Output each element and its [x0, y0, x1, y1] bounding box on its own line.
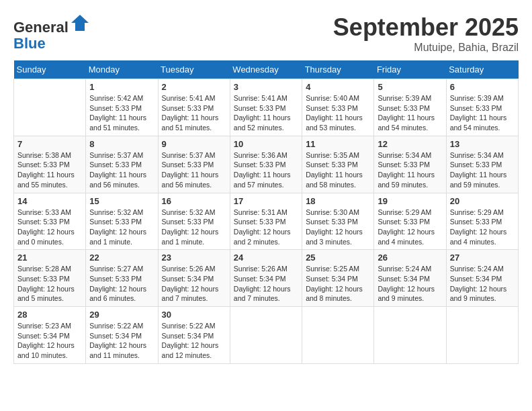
day-number: 14: [17, 196, 82, 206]
calendar-cell: 2Sunrise: 5:41 AM Sunset: 5:33 PM Daylig…: [158, 79, 230, 136]
day-info: Sunrise: 5:24 AM Sunset: 5:34 PM Dayligh…: [450, 264, 515, 304]
calendar-cell: [14, 79, 86, 136]
calendar-cell: [446, 307, 518, 364]
day-info: Sunrise: 5:31 AM Sunset: 5:33 PM Dayligh…: [234, 208, 298, 247]
calendar-cell: 17Sunrise: 5:31 AM Sunset: 5:33 PM Dayli…: [230, 193, 302, 250]
day-header-friday: Friday: [374, 60, 446, 79]
day-number: 16: [162, 196, 226, 206]
calendar-cell: 22Sunrise: 5:27 AM Sunset: 5:33 PM Dayli…: [86, 250, 158, 307]
calendar-cell: 18Sunrise: 5:30 AM Sunset: 5:33 PM Dayli…: [302, 193, 374, 250]
location: Mutuipe, Bahia, Brazil: [333, 42, 519, 54]
calendar-cell: 12Sunrise: 5:34 AM Sunset: 5:33 PM Dayli…: [374, 136, 446, 193]
day-info: Sunrise: 5:41 AM Sunset: 5:33 PM Dayligh…: [162, 93, 226, 133]
calendar-cell: 25Sunrise: 5:25 AM Sunset: 5:34 PM Dayli…: [302, 250, 374, 307]
day-info: Sunrise: 5:26 AM Sunset: 5:34 PM Dayligh…: [234, 264, 298, 304]
day-number: 26: [378, 253, 442, 263]
day-info: Sunrise: 5:29 AM Sunset: 5:33 PM Dayligh…: [378, 208, 442, 247]
day-header-saturday: Saturday: [446, 60, 518, 79]
day-number: 18: [306, 196, 370, 206]
logo-blue: Blue: [13, 35, 46, 52]
day-number: 23: [162, 253, 226, 263]
day-info: Sunrise: 5:32 AM Sunset: 5:33 PM Dayligh…: [162, 208, 226, 247]
day-info: Sunrise: 5:40 AM Sunset: 5:33 PM Dayligh…: [306, 93, 370, 133]
week-row-5: 28Sunrise: 5:23 AM Sunset: 5:34 PM Dayli…: [14, 307, 519, 364]
calendar-cell: 4Sunrise: 5:40 AM Sunset: 5:33 PM Daylig…: [302, 79, 374, 136]
day-header-wednesday: Wednesday: [230, 60, 302, 79]
logo-general: General: [13, 19, 69, 36]
day-number: 25: [306, 253, 370, 263]
day-number: 13: [450, 139, 515, 149]
day-info: Sunrise: 5:25 AM Sunset: 5:34 PM Dayligh…: [306, 264, 370, 304]
calendar-cell: 29Sunrise: 5:22 AM Sunset: 5:34 PM Dayli…: [86, 307, 158, 364]
day-number: 1: [89, 82, 154, 92]
calendar-cell: 13Sunrise: 5:34 AM Sunset: 5:33 PM Dayli…: [446, 136, 518, 193]
calendar-cell: 15Sunrise: 5:32 AM Sunset: 5:33 PM Dayli…: [86, 193, 158, 250]
day-header-monday: Monday: [86, 60, 158, 79]
day-info: Sunrise: 5:23 AM Sunset: 5:34 PM Dayligh…: [17, 321, 82, 361]
calendar-cell: 20Sunrise: 5:29 AM Sunset: 5:33 PM Dayli…: [446, 193, 518, 250]
week-row-4: 21Sunrise: 5:28 AM Sunset: 5:33 PM Dayli…: [14, 250, 519, 307]
day-number: 11: [306, 139, 370, 149]
calendar-cell: 19Sunrise: 5:29 AM Sunset: 5:33 PM Dayli…: [374, 193, 446, 250]
day-info: Sunrise: 5:34 AM Sunset: 5:33 PM Dayligh…: [450, 150, 515, 190]
day-info: Sunrise: 5:30 AM Sunset: 5:33 PM Dayligh…: [306, 208, 370, 247]
days-header-row: SundayMondayTuesdayWednesdayThursdayFrid…: [14, 60, 519, 79]
day-info: Sunrise: 5:24 AM Sunset: 5:34 PM Dayligh…: [378, 264, 442, 304]
day-number: 20: [450, 196, 515, 206]
day-number: 6: [450, 82, 515, 92]
day-info: Sunrise: 5:33 AM Sunset: 5:33 PM Dayligh…: [17, 208, 82, 247]
day-number: 2: [162, 82, 226, 92]
day-number: 10: [234, 139, 298, 149]
calendar-cell: 16Sunrise: 5:32 AM Sunset: 5:33 PM Dayli…: [158, 193, 230, 250]
day-number: 17: [234, 196, 298, 206]
day-number: 21: [17, 253, 82, 263]
title-block: September 2025 Mutuipe, Bahia, Brazil: [333, 13, 519, 54]
day-info: Sunrise: 5:34 AM Sunset: 5:33 PM Dayligh…: [378, 150, 442, 190]
day-info: Sunrise: 5:35 AM Sunset: 5:33 PM Dayligh…: [306, 150, 370, 190]
day-info: Sunrise: 5:42 AM Sunset: 5:33 PM Dayligh…: [89, 93, 154, 133]
day-header-thursday: Thursday: [302, 60, 374, 79]
calendar-cell: 7Sunrise: 5:38 AM Sunset: 5:33 PM Daylig…: [14, 136, 86, 193]
day-info: Sunrise: 5:22 AM Sunset: 5:34 PM Dayligh…: [89, 321, 154, 361]
calendar-cell: 1Sunrise: 5:42 AM Sunset: 5:33 PM Daylig…: [86, 79, 158, 136]
logo-icon: [70, 13, 90, 32]
calendar-cell: 30Sunrise: 5:22 AM Sunset: 5:34 PM Dayli…: [158, 307, 230, 364]
day-info: Sunrise: 5:22 AM Sunset: 5:34 PM Dayligh…: [162, 321, 226, 361]
calendar-cell: 24Sunrise: 5:26 AM Sunset: 5:34 PM Dayli…: [230, 250, 302, 307]
calendar-table: SundayMondayTuesdayWednesdayThursdayFrid…: [13, 60, 519, 364]
calendar-cell: [374, 307, 446, 364]
day-info: Sunrise: 5:39 AM Sunset: 5:33 PM Dayligh…: [450, 93, 515, 133]
week-row-2: 7Sunrise: 5:38 AM Sunset: 5:33 PM Daylig…: [14, 136, 519, 193]
day-number: 3: [234, 82, 298, 92]
calendar-cell: 3Sunrise: 5:41 AM Sunset: 5:33 PM Daylig…: [230, 79, 302, 136]
calendar-cell: 11Sunrise: 5:35 AM Sunset: 5:33 PM Dayli…: [302, 136, 374, 193]
day-number: 4: [306, 82, 370, 92]
day-info: Sunrise: 5:38 AM Sunset: 5:33 PM Dayligh…: [17, 150, 82, 190]
logo: General Blue: [13, 13, 90, 52]
day-info: Sunrise: 5:28 AM Sunset: 5:33 PM Dayligh…: [17, 264, 82, 304]
calendar-cell: 28Sunrise: 5:23 AM Sunset: 5:34 PM Dayli…: [14, 307, 86, 364]
calendar-cell: [302, 307, 374, 364]
day-number: 7: [17, 139, 82, 149]
month-title: September 2025: [333, 13, 519, 42]
day-number: 24: [234, 253, 298, 263]
calendar-cell: 8Sunrise: 5:37 AM Sunset: 5:33 PM Daylig…: [86, 136, 158, 193]
day-number: 15: [89, 196, 154, 206]
page-header: General Blue September 2025 Mutuipe, Bah…: [13, 13, 519, 54]
calendar-cell: [230, 307, 302, 364]
day-info: Sunrise: 5:32 AM Sunset: 5:33 PM Dayligh…: [89, 208, 154, 247]
calendar-cell: 9Sunrise: 5:37 AM Sunset: 5:33 PM Daylig…: [158, 136, 230, 193]
week-row-3: 14Sunrise: 5:33 AM Sunset: 5:33 PM Dayli…: [14, 193, 519, 250]
day-number: 27: [450, 253, 515, 263]
calendar-cell: 26Sunrise: 5:24 AM Sunset: 5:34 PM Dayli…: [374, 250, 446, 307]
calendar-cell: 5Sunrise: 5:39 AM Sunset: 5:33 PM Daylig…: [374, 79, 446, 136]
day-number: 5: [378, 82, 442, 92]
day-number: 8: [89, 139, 154, 149]
day-info: Sunrise: 5:29 AM Sunset: 5:33 PM Dayligh…: [450, 208, 515, 247]
day-info: Sunrise: 5:37 AM Sunset: 5:33 PM Dayligh…: [162, 150, 226, 190]
day-header-tuesday: Tuesday: [158, 60, 230, 79]
day-number: 22: [89, 253, 154, 263]
day-number: 12: [378, 139, 442, 149]
day-info: Sunrise: 5:39 AM Sunset: 5:33 PM Dayligh…: [378, 93, 442, 133]
day-info: Sunrise: 5:41 AM Sunset: 5:33 PM Dayligh…: [234, 93, 298, 133]
